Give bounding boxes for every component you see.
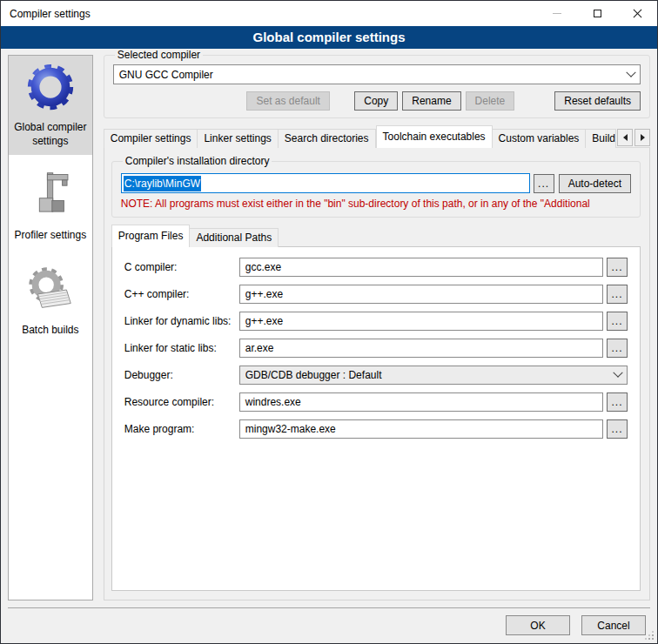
minimize-button[interactable] <box>537 1 577 26</box>
close-button[interactable] <box>617 1 657 26</box>
linker-for-static-libs-input[interactable]: ar.exe <box>239 339 603 358</box>
browse-linker-for-dynamic-libs-button[interactable]: ... <box>607 312 628 331</box>
field-label: Linker for static libs: <box>124 342 239 354</box>
dialog-body: Global compiler settingsProfiler setting… <box>1 49 657 607</box>
tab-custom-variables[interactable]: Custom variables <box>493 129 587 148</box>
field-row-linker-for-static-libs: Linker for static libs:ar.exe... <box>124 339 628 358</box>
tab-compiler-settings[interactable]: Compiler settings <box>104 129 198 148</box>
field-row-c-compiler: C++ compiler:g++.exe... <box>124 285 628 304</box>
selected-compiler-combobox[interactable]: GNU GCC Compiler <box>113 64 641 84</box>
field-label: C compiler: <box>124 261 239 273</box>
caliper-icon <box>23 168 78 224</box>
settings-notebook: Compiler settingsLinker settingsSearch d… <box>104 125 650 600</box>
minimize-icon <box>553 13 561 14</box>
browse-directory-button[interactable]: ... <box>534 174 554 193</box>
tab-scrollers <box>617 129 650 146</box>
tab-scroll-left-button[interactable] <box>617 129 633 146</box>
tab-build[interactable]: Build <box>586 129 616 148</box>
field-row-linker-for-dynamic-libs: Linker for dynamic libs:g++.exe... <box>124 312 628 331</box>
field-value: g++.exe <box>245 315 283 327</box>
ok-button[interactable]: OK <box>506 615 570 635</box>
browse-c-compiler-button[interactable]: ... <box>607 258 628 277</box>
chevron-down-icon <box>626 67 635 77</box>
debugger-combobox[interactable]: GDB/CDB debugger : Default <box>239 366 628 385</box>
make-program-input[interactable]: mingw32-make.exe <box>239 419 603 439</box>
tab-search-directories[interactable]: Search directories <box>279 129 376 148</box>
sidebar-item-label: Global compiler settings <box>10 121 91 148</box>
installation-directory-group: Compiler's installation directory C:\ray… <box>111 155 641 218</box>
sidebar-item-global-compiler-settings[interactable]: Global compiler settings <box>9 56 92 155</box>
tab-scroll-right-button[interactable] <box>634 129 650 146</box>
main-panel: Selected compiler GNU GCC Compiler Set a… <box>104 49 650 600</box>
c-compiler-input[interactable]: gcc.exe <box>239 258 603 277</box>
close-icon <box>633 9 642 18</box>
arrow-right-icon <box>641 134 645 141</box>
note-text: NOTE: All programs must exist either in … <box>121 198 631 210</box>
sidebar-item-label: Batch builds <box>22 324 78 338</box>
compiler-settings-window: Compiler settings Global compiler settin… <box>0 0 658 644</box>
linker-for-dynamic-libs-input[interactable]: g++.exe <box>239 312 603 331</box>
installation-directory-legend: Compiler's installation directory <box>123 155 272 167</box>
field-value: mingw32-make.exe <box>245 423 336 435</box>
browse-resource-compiler-button[interactable]: ... <box>607 392 628 412</box>
maximize-button[interactable] <box>577 1 617 26</box>
field-row-debugger: Debugger:GDB/CDB debugger : Default <box>124 366 628 385</box>
maximize-icon <box>594 10 601 17</box>
field-value: GDB/CDB debugger : Default <box>245 369 609 381</box>
rename-button[interactable]: Rename <box>402 91 460 111</box>
sidebar-item-batch-builds[interactable]: Batch builds <box>9 258 92 345</box>
selected-compiler-legend: Selected compiler <box>115 49 203 61</box>
installation-directory-row: C:\raylib\MinGW ... Auto-detect <box>121 173 631 193</box>
resource-compiler-input[interactable]: windres.exe <box>239 392 603 412</box>
installation-directory-input[interactable]: C:\raylib\MinGW <box>121 173 530 193</box>
tab-additional-paths[interactable]: Additional Paths <box>190 228 279 247</box>
tab-linker-settings[interactable]: Linker settings <box>198 129 278 148</box>
reset-defaults-button[interactable]: Reset defaults <box>554 91 641 111</box>
arrow-left-icon <box>623 134 628 141</box>
toolchain-executables-page: Compiler's installation directory C:\ray… <box>104 147 650 600</box>
tab-toolchain-executables[interactable]: Toolchain executables <box>376 125 493 148</box>
compiler-button-row: Set as defaultCopyRenameDeleteReset defa… <box>113 91 641 111</box>
field-value: g++.exe <box>245 288 283 300</box>
field-value: ar.exe <box>245 342 274 354</box>
resize-grip-icon[interactable] <box>652 638 654 640</box>
installation-directory-value: C:\raylib\MinGW <box>124 176 201 191</box>
browse-linker-for-static-libs-button[interactable]: ... <box>607 339 628 358</box>
cancel-button[interactable]: Cancel <box>581 615 646 635</box>
program-files-notebook: Program FilesAdditional Paths C compiler… <box>111 225 641 591</box>
tab-strip: Compiler settingsLinker settingsSearch d… <box>104 125 650 148</box>
page-title: Global compiler settings <box>1 26 657 49</box>
browse-c-compiler-button[interactable]: ... <box>607 285 628 304</box>
field-label: Linker for dynamic libs: <box>124 315 239 327</box>
tab-program-files[interactable]: Program Files <box>111 225 191 247</box>
chevron-down-icon <box>613 368 622 378</box>
sidebar-item-profiler-settings[interactable]: Profiler settings <box>9 164 92 250</box>
settings-sidebar: Global compiler settingsProfiler setting… <box>8 55 93 600</box>
sidebar-item-label: Profiler settings <box>15 229 87 243</box>
field-label: C++ compiler: <box>124 288 239 300</box>
field-label: Debugger: <box>124 369 239 381</box>
window-title: Compiler settings <box>1 8 91 20</box>
field-label: Resource compiler: <box>124 396 239 408</box>
tabs: Compiler settingsLinker settingsSearch d… <box>104 125 616 148</box>
field-value: gcc.exe <box>245 261 281 273</box>
selected-compiler-group: Selected compiler GNU GCC Compiler Set a… <box>104 49 650 118</box>
titlebar: Compiler settings <box>1 1 657 26</box>
gear-papers-icon <box>23 263 78 319</box>
delete-button[interactable]: Delete <box>466 91 515 111</box>
inner-tab-strip: Program FilesAdditional Paths <box>111 225 641 247</box>
c-compiler-input[interactable]: g++.exe <box>239 285 603 304</box>
window-controls <box>537 1 657 26</box>
footer-divider <box>8 607 650 608</box>
auto-detect-button[interactable]: Auto-detect <box>559 174 631 193</box>
copy-button[interactable]: Copy <box>354 91 398 111</box>
gear-blue-icon <box>23 60 78 116</box>
field-row-make-program: Make program:mingw32-make.exe... <box>124 419 628 439</box>
dialog-footer: OK Cancel <box>1 607 657 643</box>
browse-make-program-button[interactable]: ... <box>607 419 628 439</box>
set-as-default-button[interactable]: Set as default <box>246 91 330 111</box>
footer-buttons: OK Cancel <box>1 615 646 635</box>
field-row-c-compiler: C compiler:gcc.exe... <box>124 258 628 277</box>
selected-compiler-value: GNU GCC Compiler <box>119 69 622 81</box>
program-files-page: C compiler:gcc.exe...C++ compiler:g++.ex… <box>111 246 641 591</box>
